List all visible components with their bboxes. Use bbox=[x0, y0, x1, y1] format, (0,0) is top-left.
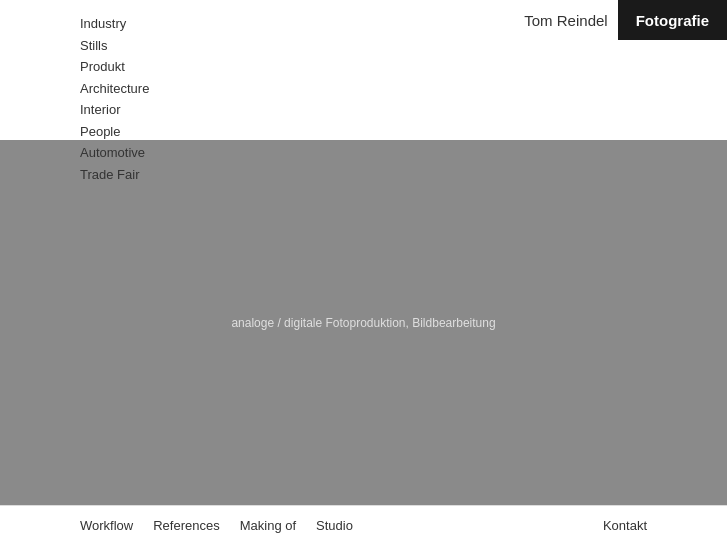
footer-item-studio[interactable]: Studio bbox=[316, 518, 353, 533]
bottom-nav-left: Workflow References Making of Studio bbox=[0, 518, 603, 533]
main-subtitle: analoge / digitale Fotoproduktion, Bildb… bbox=[231, 316, 495, 330]
footer-item-kontakt[interactable]: Kontakt bbox=[603, 518, 647, 533]
top-navigation: Industry Stills Produkt Architecture Int… bbox=[80, 14, 149, 184]
main-content: analoge / digitale Fotoproduktion, Bildb… bbox=[0, 140, 727, 505]
nav-item-architecture[interactable]: Architecture bbox=[80, 79, 149, 99]
nav-item-automotive[interactable]: Automotive bbox=[80, 143, 149, 163]
logo-fotografie: Fotografie bbox=[618, 0, 727, 40]
nav-item-people[interactable]: People bbox=[80, 122, 149, 142]
footer-item-making-of[interactable]: Making of bbox=[240, 518, 296, 533]
logo-name: Tom Reindel bbox=[524, 12, 617, 29]
nav-item-produkt[interactable]: Produkt bbox=[80, 57, 149, 77]
header-logo: Tom Reindel Fotografie bbox=[524, 0, 727, 40]
bottom-navigation: Workflow References Making of Studio Kon… bbox=[0, 505, 727, 545]
footer-item-workflow[interactable]: Workflow bbox=[80, 518, 133, 533]
nav-item-stills[interactable]: Stills bbox=[80, 36, 149, 56]
nav-item-interior[interactable]: Interior bbox=[80, 100, 149, 120]
bottom-nav-right: Kontakt bbox=[603, 518, 727, 533]
nav-item-trade-fair[interactable]: Trade Fair bbox=[80, 165, 149, 185]
nav-item-industry[interactable]: Industry bbox=[80, 14, 149, 34]
footer-item-references[interactable]: References bbox=[153, 518, 219, 533]
